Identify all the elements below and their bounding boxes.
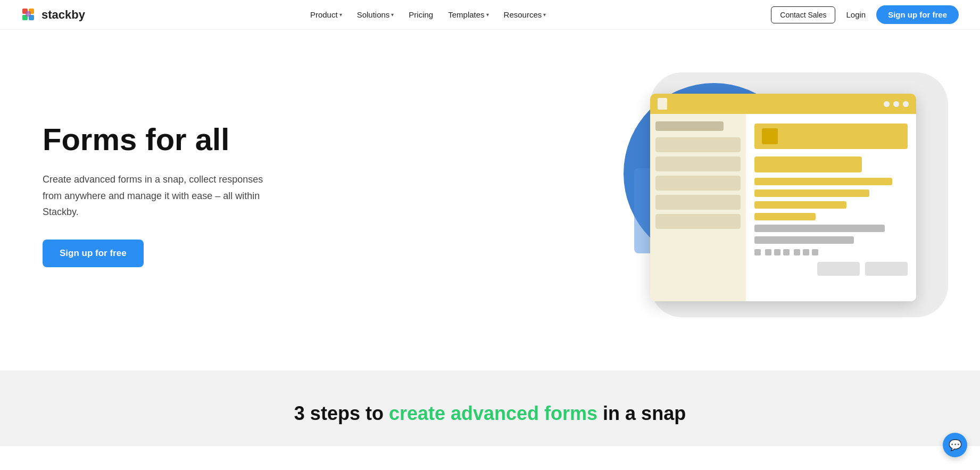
form-preview-panel: [746, 114, 916, 301]
chat-icon: 💬: [949, 439, 962, 446]
templates-chevron-icon: ▾: [486, 12, 489, 18]
hero-title: Forms for all: [43, 122, 266, 156]
form-line-3: [754, 201, 846, 209]
form-dot-2: [765, 249, 771, 255]
browser-page-icon: [658, 98, 667, 110]
nav-links: Product ▾ Solutions ▾ Pricing Templates …: [305, 7, 551, 22]
form-dot-6: [803, 249, 809, 255]
browser-dot-3: [903, 101, 909, 107]
form-dot-group-1: [754, 249, 761, 255]
nav-actions: Contact Sales Login Sign up for free: [771, 5, 959, 24]
form-title-block: [754, 123, 908, 149]
form-line-gray-1: [754, 225, 885, 232]
form-action-buttons: [754, 262, 908, 276]
nav-signup-button[interactable]: Sign up for free: [876, 5, 959, 24]
form-line-2: [754, 189, 869, 197]
form-dots: [754, 249, 908, 255]
browser-dot-1: [884, 101, 890, 107]
logo-text: stackby: [41, 8, 85, 22]
hero-browser-window: [650, 94, 916, 301]
form-line-4: [754, 213, 816, 220]
browser-content: [650, 114, 916, 301]
form-btn-submit: [865, 262, 908, 276]
hero-section: Forms for all Create advanced forms in a…: [0, 30, 980, 370]
contact-sales-button[interactable]: Contact Sales: [771, 6, 835, 23]
form-btn-cancel: [817, 262, 860, 276]
form-dot-group-2: [765, 249, 790, 255]
product-chevron-icon: ▾: [339, 12, 342, 18]
form-dot-7: [812, 249, 818, 255]
form-line-1: [754, 178, 892, 185]
form-list-item-2: [655, 156, 741, 171]
nav-solutions[interactable]: Solutions ▾: [352, 7, 400, 22]
form-title-icon: [762, 128, 778, 144]
nav-templates[interactable]: Templates ▾: [443, 7, 494, 22]
nav-pricing[interactable]: Pricing: [403, 7, 438, 22]
browser-titlebar: [650, 94, 916, 114]
form-list-item-4: [655, 195, 741, 210]
hero-signup-button[interactable]: Sign up for free: [43, 240, 144, 267]
login-button[interactable]: Login: [841, 7, 871, 22]
form-list-item-5: [655, 214, 741, 229]
form-dot-3: [774, 249, 780, 255]
browser-dot-2: [893, 101, 899, 107]
nav-product[interactable]: Product ▾: [305, 7, 347, 22]
form-list-item-1: [655, 137, 741, 152]
navbar: stackby Product ▾ Solutions ▾ Pricing Te…: [0, 0, 980, 30]
hero-description: Create advanced forms in a snap, collect…: [43, 171, 266, 220]
form-list-panel: [650, 114, 746, 301]
resources-chevron-icon: ▾: [543, 12, 546, 18]
bottom-section: 3 steps to create advanced forms in a sn…: [0, 370, 980, 446]
form-list-header: [655, 121, 724, 131]
form-dot-5: [794, 249, 800, 255]
solutions-chevron-icon: ▾: [391, 12, 394, 18]
nav-resources[interactable]: Resources ▾: [499, 7, 552, 22]
logo[interactable]: stackby: [21, 6, 85, 23]
hero-left: Forms for all Create advanced forms in a…: [43, 122, 266, 267]
bottom-title-suffix: in a snap: [597, 402, 686, 424]
form-list-item-3: [655, 176, 741, 191]
svg-rect-4: [26, 11, 31, 17]
form-line-gray-2: [754, 236, 854, 244]
bottom-title-prefix: 3 steps to: [294, 402, 389, 424]
form-dot-1: [754, 249, 761, 255]
bottom-title: 3 steps to create advanced forms in a sn…: [21, 402, 959, 425]
form-select-field: [754, 156, 862, 172]
hero-illustration: [608, 62, 937, 328]
form-dot-4: [783, 249, 790, 255]
bottom-title-highlight: create advanced forms: [389, 402, 597, 424]
form-dot-group-3: [794, 249, 818, 255]
logo-icon: [21, 6, 38, 23]
